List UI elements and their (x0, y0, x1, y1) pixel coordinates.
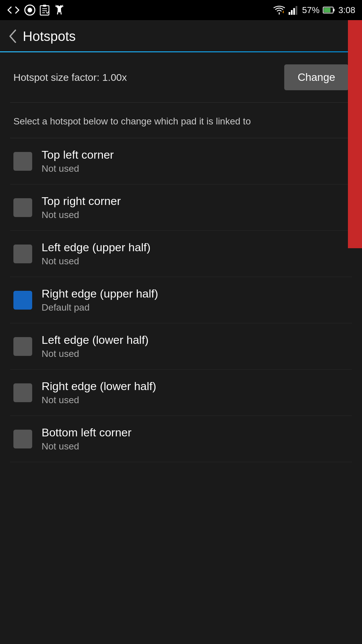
hotspot-info-bottom-left: Bottom left corner Not used (42, 426, 131, 452)
hotspot-checkbox-left-upper[interactable] (13, 245, 32, 263)
hotspot-status-left-lower: Not used (42, 348, 148, 359)
status-bar-right: 57% 3:08 (273, 5, 355, 15)
hotspot-info-top-right: Top right corner Not used (42, 195, 121, 220)
status-bar-left-icons (7, 4, 65, 16)
hotspot-status-right-upper: Default pad (42, 302, 158, 313)
hotspot-name-left-upper: Left edge (upper half) (42, 241, 150, 254)
status-bar: 57% 3:08 (0, 0, 362, 20)
red-sidebar-accent (348, 20, 362, 248)
main-content: Hotspot size factor: 1.00x Change Select… (0, 52, 362, 462)
size-factor-label: Hotspot size factor: 1.00x (13, 72, 127, 83)
hotspot-info-left-upper: Left edge (upper half) Not used (42, 241, 150, 267)
svg-rect-18 (333, 9, 335, 11)
hotspot-checkbox-top-left[interactable] (13, 152, 32, 171)
size-factor-row: Hotspot size factor: 1.00x Change (10, 52, 352, 103)
hotspot-status-right-lower: Not used (42, 395, 156, 406)
hotspot-status-bottom-left: Not used (42, 441, 131, 452)
hotspot-name-right-lower: Right edge (lower half) (42, 380, 156, 393)
wifi-icon (273, 5, 285, 15)
hotspot-info-right-upper: Right edge (upper half) Default pad (42, 287, 158, 313)
hotspot-name-left-lower: Left edge (lower half) (42, 333, 148, 346)
svg-rect-15 (296, 6, 297, 15)
svg-rect-12 (289, 12, 290, 15)
hotspot-status-left-upper: Not used (42, 256, 150, 267)
svg-line-7 (56, 5, 57, 6)
svg-line-8 (55, 6, 57, 7)
svg-rect-3 (43, 5, 46, 7)
animal-icon (54, 4, 65, 16)
camera-icon (24, 4, 36, 16)
clipboard-icon (40, 4, 50, 16)
svg-rect-14 (293, 8, 295, 15)
svg-rect-17 (324, 8, 330, 12)
instructions-text: Select a hotspot below to change which p… (10, 103, 352, 138)
hotspot-item-top-right[interactable]: Top right corner Not used (10, 184, 352, 231)
status-time: 3:08 (338, 5, 355, 15)
hotspot-info-left-lower: Left edge (lower half) Not used (42, 333, 148, 359)
svg-rect-13 (291, 10, 293, 15)
hotspot-item-top-left[interactable]: Top left corner Not used (10, 138, 352, 184)
nav-bar: Hotspots (0, 20, 362, 52)
svg-line-9 (62, 5, 63, 6)
hotspot-name-top-right: Top right corner (42, 195, 121, 208)
hotspot-item-right-lower[interactable]: Right edge (lower half) Not used (10, 370, 352, 416)
hotspot-info-top-left: Top left corner Not used (42, 148, 114, 174)
battery-percentage: 57% (302, 5, 319, 15)
signal-icon (289, 5, 299, 15)
hotspot-checkbox-top-right[interactable] (13, 198, 32, 217)
hotspot-item-left-lower[interactable]: Left edge (lower half) Not used (10, 323, 352, 370)
hotspot-checkbox-right-lower[interactable] (13, 383, 32, 402)
back-forward-icon (7, 5, 20, 15)
hotspot-name-top-left: Top left corner (42, 148, 114, 161)
hotspot-item-bottom-left[interactable]: Bottom left corner Not used (10, 416, 352, 462)
page-title: Hotspots (23, 29, 76, 44)
svg-point-1 (27, 8, 32, 12)
nav-back-button[interactable] (8, 29, 17, 44)
hotspot-name-right-upper: Right edge (upper half) (42, 287, 158, 300)
svg-line-10 (62, 6, 63, 7)
hotspot-status-top-right: Not used (42, 210, 121, 220)
change-button[interactable]: Change (284, 64, 349, 90)
hotspot-status-top-left: Not used (42, 163, 114, 174)
hotspot-name-bottom-left: Bottom left corner (42, 426, 131, 439)
battery-icon (323, 6, 335, 14)
hotspot-checkbox-left-lower[interactable] (13, 337, 32, 356)
hotspot-item-left-upper[interactable]: Left edge (upper half) Not used (10, 231, 352, 277)
hotspot-info-right-lower: Right edge (lower half) Not used (42, 380, 156, 406)
hotspot-checkbox-bottom-left[interactable] (13, 430, 32, 448)
hotspot-list: Top left corner Not used Top right corne… (10, 138, 352, 462)
hotspot-checkbox-right-upper[interactable] (13, 291, 32, 310)
hotspot-item-right-upper[interactable]: Right edge (upper half) Default pad (10, 277, 352, 323)
